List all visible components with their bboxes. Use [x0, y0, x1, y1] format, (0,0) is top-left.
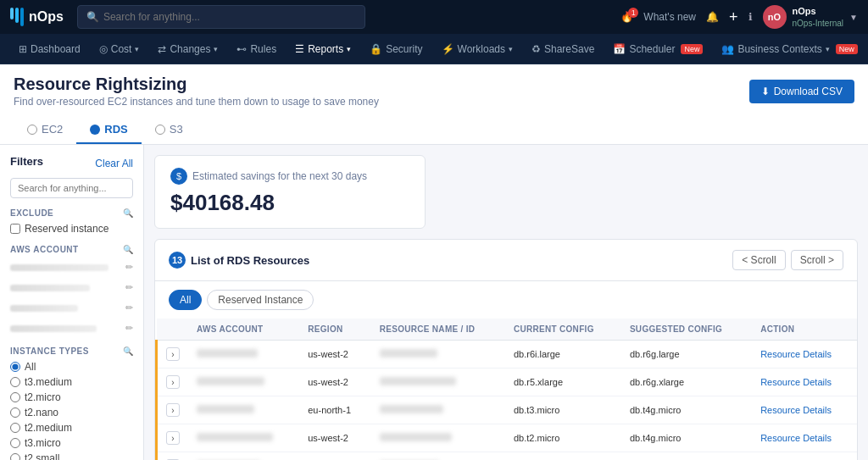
top-navbar: nOps 🔍 🔥 1 What's new 🔔 + ℹ nO nOps nOps… — [0, 0, 868, 34]
row-region: us-west-2 — [299, 369, 370, 396]
nav-dashboard[interactable]: ⊞ Dashboard — [10, 34, 89, 64]
account-edit-3[interactable]: ✏ — [125, 302, 133, 313]
info-btn[interactable]: ℹ — [748, 11, 753, 23]
account-edit-4[interactable]: ✏ — [125, 323, 133, 334]
whats-new-btn[interactable]: What's new — [643, 11, 696, 23]
table-row: › us-west-2 db.r5.xlarge db.r6g.xlarge R… — [157, 369, 858, 396]
filter-tab-all[interactable]: All — [169, 290, 202, 310]
instance-t3micro-input[interactable] — [10, 438, 20, 448]
table-title-text: List of RDS Resources — [191, 254, 309, 267]
search-input[interactable] — [103, 11, 356, 23]
global-search[interactable]: 🔍 — [77, 5, 365, 29]
plus-btn[interactable]: + — [729, 8, 738, 26]
resource-tabs: EC2 RDS S3 — [14, 116, 854, 144]
chevron-down-icon: ▾ — [214, 45, 218, 53]
tab-ec2[interactable]: EC2 — [14, 116, 76, 144]
row-expand-cell: › — [157, 369, 189, 396]
instance-search-icon[interactable]: 🔍 — [123, 346, 134, 356]
filters-title: Filters — [10, 155, 43, 168]
rules-icon: ⊷ — [236, 43, 247, 55]
instance-t2medium[interactable]: t2.medium — [10, 422, 133, 434]
row-suggested-config: db.t4g.micro — [621, 396, 752, 424]
resource-details-button[interactable]: Resource Details — [760, 349, 832, 359]
instance-t2micro[interactable]: t2.micro — [10, 391, 133, 403]
notifications-btn[interactable]: 🔔 — [706, 11, 719, 23]
table-title: 13 List of RDS Resources — [169, 252, 309, 269]
logo-icon — [10, 8, 24, 26]
account-item-1: ✏ — [10, 259, 133, 275]
exclude-search-icon[interactable]: 🔍 — [123, 208, 134, 218]
row-action: Resource Details — [752, 341, 857, 369]
chevron-down-icon: ▾ — [826, 45, 830, 53]
rds-table: AWS ACCOUNT REGION RESOURCE NAME / ID CU… — [155, 319, 857, 460]
row-expand-btn[interactable]: › — [166, 347, 180, 361]
row-expand-cell: › — [157, 452, 189, 461]
instance-t2small-input[interactable] — [10, 453, 20, 460]
scroll-left-button[interactable]: < Scroll — [732, 250, 785, 270]
row-action: Resource Details — [752, 369, 857, 396]
instance-t2micro-input[interactable] — [10, 392, 20, 402]
row-expand-btn[interactable]: › — [166, 403, 180, 417]
instance-all-input[interactable] — [10, 362, 20, 372]
savings-icon: $ — [170, 168, 187, 185]
resource-details-button[interactable]: Resource Details — [760, 433, 832, 443]
nav-scheduler[interactable]: 📅 Scheduler New — [604, 34, 711, 64]
account-search-icon[interactable]: 🔍 — [123, 245, 134, 254]
savings-card: $ Estimated savings for the next 30 days… — [154, 155, 426, 229]
cost-icon: ◎ — [99, 43, 108, 55]
instance-t3medium[interactable]: t3.medium — [10, 376, 133, 388]
bell-icon: 🔔 — [706, 11, 719, 23]
savings-amount: $40168.48 — [170, 190, 409, 216]
logo[interactable]: nOps — [10, 8, 64, 26]
nav-cost[interactable]: ◎ Cost ▾ — [91, 34, 148, 64]
instance-types-label: INSTANCE TYPES 🔍 — [10, 346, 133, 356]
resource-details-button[interactable]: Resource Details — [760, 377, 832, 387]
top-nav-right: 🔥 1 What's new 🔔 + ℹ nO nOps nOps-Intern… — [620, 5, 858, 29]
filters-sidebar: Filters Clear All EXCLUDE 🔍 Reserved ins… — [0, 145, 144, 460]
workloads-icon: ⚡ — [442, 43, 454, 55]
instance-all[interactable]: All — [10, 361, 133, 373]
reserved-instance-label: Reserved instance — [25, 223, 108, 235]
instance-t3medium-input[interactable] — [10, 377, 20, 387]
nav-workloads[interactable]: ⚡ Workloads ▾ — [433, 34, 521, 64]
resource-blurred — [380, 377, 456, 385]
nav-reports[interactable]: ☰ Reports ▾ — [287, 34, 359, 64]
instance-t3micro[interactable]: t3.micro — [10, 437, 133, 449]
nav-business-contexts[interactable]: 👥 Business Contexts ▾ New — [713, 34, 865, 64]
row-expand-btn[interactable]: › — [166, 431, 180, 445]
account-edit-2[interactable]: ✏ — [125, 282, 133, 293]
tab-rds[interactable]: RDS — [76, 116, 141, 144]
resource-details-button[interactable]: Resource Details — [760, 405, 832, 415]
sharesave-icon: ♻ — [531, 43, 541, 55]
plus-icon: + — [729, 8, 738, 26]
fire-alerts-btn[interactable]: 🔥 1 — [620, 11, 633, 23]
resource-blurred — [380, 405, 443, 413]
instance-t2nano[interactable]: t2.nano — [10, 407, 133, 418]
reserved-instance-input[interactable] — [10, 224, 20, 234]
rds-table-section: 13 List of RDS Resources < Scroll Scroll… — [154, 239, 858, 460]
user-name: nOps — [793, 5, 844, 17]
tab-s3[interactable]: S3 — [142, 116, 197, 144]
nav-rules[interactable]: ⊷ Rules — [228, 34, 285, 64]
sidebar-search-input[interactable] — [10, 178, 133, 198]
reports-icon: ☰ — [295, 43, 304, 55]
instance-t2nano-input[interactable] — [10, 407, 20, 418]
user-info: nOps nOps-Internal — [793, 5, 844, 28]
download-csv-button[interactable]: ⬇ Download CSV — [749, 80, 854, 103]
row-current-config: db.t2.micro — [505, 424, 621, 452]
chevron-down-icon: ▾ — [347, 45, 351, 53]
nav-security[interactable]: 🔒 Security — [361, 34, 431, 64]
instance-t2small[interactable]: t2.small — [10, 452, 133, 460]
account-edit-1[interactable]: ✏ — [125, 262, 133, 273]
row-current-config: db.r5.xlarge — [505, 369, 621, 396]
nav-changes[interactable]: ⇄ Changes ▾ — [149, 34, 226, 64]
clear-all-button[interactable]: Clear All — [95, 158, 133, 169]
reserved-instance-checkbox[interactable]: Reserved instance — [10, 223, 133, 235]
row-expand-btn[interactable]: › — [166, 375, 180, 389]
row-current-config: db.r6i.large — [505, 341, 621, 369]
filter-tab-reserved[interactable]: Reserved Instance — [207, 290, 314, 310]
nav-sharesave[interactable]: ♻ ShareSave — [523, 34, 603, 64]
scroll-right-button[interactable]: Scroll > — [791, 250, 843, 270]
instance-t2medium-input[interactable] — [10, 423, 20, 433]
user-menu[interactable]: nO nOps nOps-Internal ▼ — [763, 5, 859, 29]
